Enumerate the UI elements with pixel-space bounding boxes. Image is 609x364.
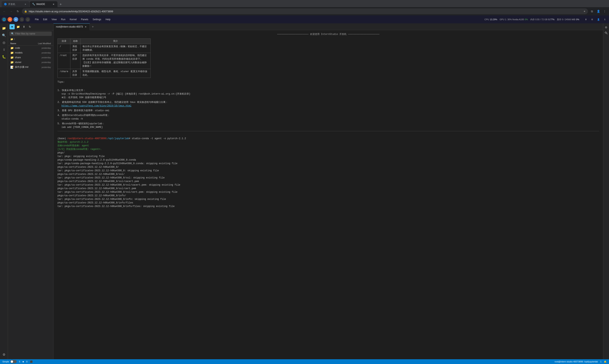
upload-icon-btn[interactable]: ⬆ <box>583 17 588 22</box>
table-cell-dir: / <box>58 44 70 53</box>
welcome-table: 目录 名称 简介 / 系统目录 每次停止开发机会将其恢复至系统（镜像）初始状态，… <box>57 39 151 78</box>
menu-panels[interactable]: Panels <box>79 17 91 22</box>
terminal-content[interactable]: —————————————————————— 欢迎使用 InternStudio… <box>53 30 603 359</box>
system-stats: CPU 13.29% GPU 1: 30% Nvidia A100 0% 内存 … <box>484 17 608 22</box>
add-tab-button[interactable]: + <box>90 24 96 30</box>
search-input[interactable] <box>15 32 50 35</box>
list-item[interactable]: 📝 操作步骤.md yesterday <box>8 65 53 70</box>
sidebar-item-search[interactable]: 🔍 <box>1 32 7 39</box>
app-icon-blue: W <box>13 17 18 22</box>
cpu-value: 13.29% <box>490 18 497 21</box>
nav-bar: ← → ↻ 🔒 https://studio.intern-ai.org.cn/… <box>0 7 609 15</box>
table-cell-desc: 您的所有开发共享此目录，不受开发机的启停影响。强烈建议将 conda 环境、代码… <box>80 53 151 69</box>
list-item[interactable]: 📁 xtuner yesterday <box>8 60 53 65</box>
extensions-button[interactable]: ⧉ <box>589 9 595 14</box>
tip-2-url[interactable]: https://www.ruanyifeng.com/blog/2019/10/… <box>62 104 131 107</box>
menu-kernel[interactable]: Kernel <box>68 17 79 22</box>
warning-value: 0 <box>26 360 27 363</box>
new-tab-button[interactable]: + <box>58 1 64 7</box>
table-row: /root 用户目录 您的所有开发共享此目录，不受开发机的启停影响。强烈建议将 … <box>58 53 151 69</box>
browser-tab-dev[interactable]: 🔵 开发机 ✕ <box>1 1 29 7</box>
profile-button[interactable]: 👤 <box>596 9 601 14</box>
url-text: https://studio.intern-ai.org.cn/console/… <box>29 10 582 13</box>
editor-tab-terminal[interactable]: root@intern-studio-40073 ✕ <box>53 23 90 30</box>
table-cell-name: 用户目录 <box>70 53 80 69</box>
prompt-user: root@intern-studio-40073899 <box>67 137 106 140</box>
sidebar-item-settings[interactable]: ⚙ <box>1 351 7 358</box>
simple-mode-toggle[interactable]: Simple <box>2 360 17 363</box>
icon-sidebar: 📁 🔍 ◎ ⧬ 🐛 ⚙ <box>0 23 8 359</box>
back-button[interactable]: ← <box>1 9 7 14</box>
output-pkg-2: pkgs/ca-certificates-2023.12.12-h06a4308… <box>57 165 599 169</box>
terminal-tab-close[interactable]: ✕ <box>84 25 87 28</box>
reload-button[interactable]: ↻ <box>15 9 21 14</box>
menu-file[interactable]: File <box>33 17 41 22</box>
tip-2: 2. 避免因终端关闭或 SSH 连接断开导致任务终止。强烈建议使用 tmux 将… <box>57 101 599 108</box>
line-number-value: 1 <box>600 360 601 363</box>
sidebar-item-extensions[interactable]: ⧬ <box>1 46 7 53</box>
right-icon-plugin[interactable]: 🔌 <box>604 30 609 35</box>
new-folder-button[interactable]: 📁 <box>15 24 21 29</box>
prompt-colon: : <box>106 137 107 140</box>
sidebar-item-debug[interactable]: 🐛 <box>1 53 7 60</box>
output-tar-5: tar: pkgs/ca-certificates-2023.12.12-h06… <box>57 183 599 187</box>
output-pkg-1: pkgs/conda-package-handling-2.2.0-py311h… <box>57 158 599 162</box>
output-line-1: 预设环境: pytorch-2.1.2 <box>57 140 599 144</box>
list-item[interactable]: 📁 share yesterday <box>8 55 53 60</box>
settings-icon-btn[interactable]: ⚙ <box>590 17 595 22</box>
info-icon-btn[interactable]: ℹ <box>602 17 608 22</box>
menu-edit[interactable]: Edit <box>41 17 49 22</box>
bell-button[interactable]: 🔔 <box>604 360 607 363</box>
col-name[interactable]: Name <box>10 42 16 45</box>
output-tar-4: tar: pkgs/ca-certificates-2023.12.12-h06… <box>57 176 599 180</box>
app-icon-terminal: ⬛ <box>19 17 24 22</box>
upload-button[interactable]: ⬆ <box>21 24 26 29</box>
tip-3-text: 3. 查看 GPU 显存和算力使用率：studio-smi <box>57 109 109 112</box>
prompt-path: /opt/jupyterlab <box>107 137 129 140</box>
output-tar-8: tar: pkgs/ca-certificates-2023.12.12-h06… <box>57 205 599 208</box>
user-icon-btn[interactable]: 👤 <box>596 17 601 22</box>
menu-view[interactable]: View <box>50 17 59 22</box>
table-cell-desc: 常用微调数据集、模型仓库、教程、xtuner 配置文件都存放在此。 <box>80 69 151 78</box>
editor-tabs: root@intern-studio-40073 ✕ + <box>53 23 603 30</box>
output-tar-3: tar: pkgs/ca-certificates-2023.12.12-h06… <box>57 169 599 172</box>
address-bar[interactable]: 🔒 https://studio.intern-ai.org.cn/consol… <box>22 8 588 14</box>
list-item[interactable]: 📁 models yesterday <box>8 50 53 55</box>
table-cell-name: 共享目录 <box>70 69 80 78</box>
table-header-name: 名称 <box>70 39 80 44</box>
mode-toggle[interactable] <box>10 360 17 363</box>
app-icon-extra: ◯ <box>25 17 30 22</box>
forward-button[interactable]: → <box>8 9 14 14</box>
table-header-desc: 简介 <box>80 39 151 44</box>
table-row: / 系统目录 每次停止开发机会将其恢复至系统（镜像）初始状态，不建议存储数据。 <box>58 44 151 53</box>
menu-settings[interactable]: Settings <box>91 17 103 22</box>
tip-5-code: lab add {YOUR_CONDA_ENV_NAME} <box>62 126 103 129</box>
browser-tab-webide[interactable]: 🔧 WebIDE ✕ <box>30 1 57 7</box>
sidebar-item-files[interactable]: 📁 <box>1 25 7 31</box>
menu-help[interactable]: Help <box>104 17 113 22</box>
refresh-button[interactable]: ↻ <box>27 24 33 29</box>
sidebar-item-git[interactable]: ◎ <box>1 39 7 46</box>
terminal-icon: ⬛ <box>30 360 33 363</box>
table-cell-dir: /share <box>58 69 70 78</box>
vram-stat: 显存 0 / 24566 MiB 0% <box>557 18 579 21</box>
list-item[interactable]: 📁 code yesterday <box>8 46 53 50</box>
vram-label: 显存 0 / 24566 MiB <box>557 18 575 21</box>
right-icon-settings[interactable]: ⚙ <box>604 25 609 30</box>
tab-bar: 🔵 开发机 ✕ 🔧 WebIDE ✕ + <box>0 0 609 7</box>
tip-1: 1. 快速从本地上传文件： scp -o StrictHostKeyChecki… <box>57 89 599 99</box>
new-file-button[interactable]: + <box>10 24 15 29</box>
kernel-status: ■ <box>23 360 24 363</box>
tip-5-text: 5. 将conda环境一键添加到jupyterlab： <box>57 122 105 125</box>
more-button[interactable]: ⋮ <box>602 9 608 14</box>
tip-1-code: scp -o StrictHostKeyChecking=no -r -P {端… <box>62 92 190 95</box>
file-name: share <box>15 56 40 59</box>
tab-dev-label: 开发机 <box>8 3 15 6</box>
file-panel: + 📁 ⬆ ↻ 🔍 📁 / Name Last Modified 📁 code … <box>8 23 53 359</box>
output-tar-2: tar: pkgs/conda-package-handling-2.2.0-p… <box>57 162 599 165</box>
file-date: yesterday <box>41 61 51 64</box>
menu-run[interactable]: Run <box>59 17 67 22</box>
folder-icon: 📁 <box>10 38 13 41</box>
tab-webide-close[interactable]: ✕ <box>52 3 55 6</box>
tab-dev-close[interactable]: ✕ <box>24 3 27 6</box>
